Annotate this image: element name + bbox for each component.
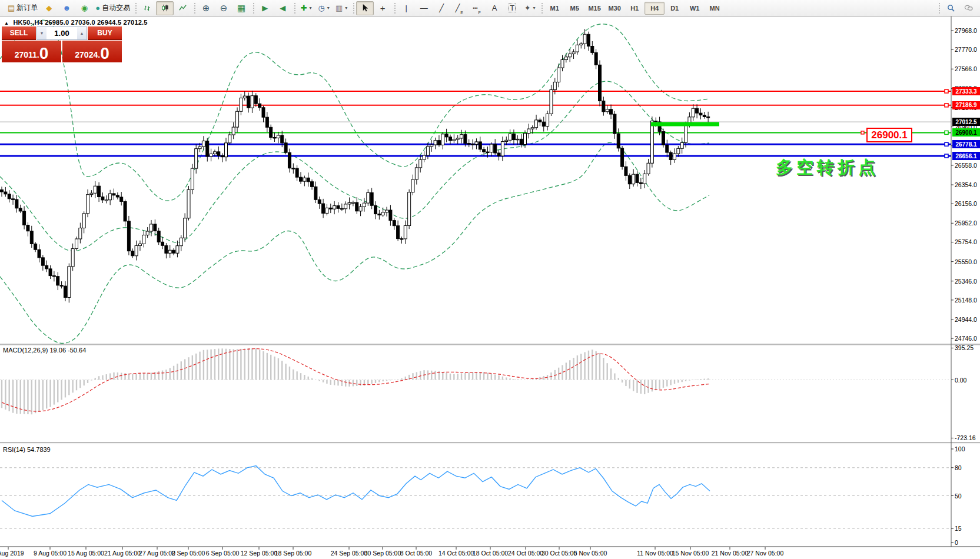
candle-body	[599, 65, 602, 101]
candle-body	[467, 144, 470, 144]
candle-body	[437, 141, 440, 145]
candle-body	[378, 214, 381, 215]
candle-body	[643, 174, 646, 184]
price-tick-label: 27968.0	[955, 27, 977, 34]
volume-decrease-button[interactable]: ▾	[37, 27, 46, 39]
candle-body	[636, 174, 639, 182]
candle-body	[318, 199, 321, 204]
candle-body	[71, 249, 74, 267]
candle-body	[389, 210, 392, 221]
candle-body	[677, 148, 680, 154]
candle-body	[4, 192, 7, 194]
candle-body	[161, 242, 164, 245]
hline-anchor-27333.3[interactable]	[945, 89, 948, 93]
candle-body	[680, 142, 683, 148]
candle-body	[191, 168, 194, 189]
candle-body	[524, 134, 527, 145]
candle-body	[217, 152, 220, 156]
candle-body	[87, 195, 89, 214]
buy-button[interactable]: BUY	[88, 26, 122, 40]
candle-body	[557, 68, 560, 82]
callout-anchor	[861, 131, 864, 134]
candle-body	[64, 286, 67, 297]
candle-body	[610, 109, 613, 114]
candle-body	[176, 246, 179, 254]
candle-body	[295, 168, 298, 177]
hline-anchor-26900.1[interactable]	[945, 131, 948, 134]
candle-body	[699, 113, 702, 115]
candle-body	[79, 228, 82, 238]
candle-body	[434, 141, 437, 145]
candle-body	[180, 238, 182, 245]
ohlc-open: 26985.0	[45, 19, 69, 26]
volume-stepper: ▾ 1.00 ▴	[36, 26, 87, 40]
price-tick-label: 25754.0	[955, 238, 977, 245]
candle-body	[98, 186, 101, 197]
collapse-arrow-icon[interactable]: ▲	[4, 21, 9, 26]
time-axis-label: 9 Aug 05:00	[34, 550, 67, 557]
volume-increase-button[interactable]: ▴	[77, 27, 87, 39]
time-axis-label: 5 Aug 2019	[0, 550, 24, 557]
symbol-timeframe: HK50-,H4	[13, 19, 43, 26]
candle-body	[82, 214, 85, 228]
chart-canvas[interactable]	[0, 0, 980, 559]
hline-anchor-27186.9[interactable]	[945, 104, 948, 107]
hline-anchor-26656.1[interactable]	[945, 154, 948, 158]
candle-body	[628, 175, 631, 184]
time-axis-label: 27 Nov 05:00	[747, 550, 783, 557]
time-axis-label: 6 Sep 05:00	[206, 550, 240, 557]
candle-body	[120, 197, 123, 201]
price-tick-label: 27566.0	[955, 65, 977, 72]
candle-body	[707, 117, 710, 118]
trading-app-window: ▤新订单◆☻◉●自动交易⊕⊖▦▶◀✚▾◷▾▥▾+|—╱╱E┅FAT✦▾M1M5M…	[0, 0, 980, 559]
rsi-indicator-label: RSI(14) 54.7839	[3, 446, 51, 453]
candle-body	[512, 134, 515, 139]
rsi-value: 54.7839	[27, 446, 51, 453]
candle-body	[138, 244, 141, 245]
candle-body	[206, 141, 209, 157]
candle-body	[124, 201, 127, 221]
time-axis-label: 5 Nov 05:00	[574, 550, 607, 557]
candle-body	[142, 235, 145, 244]
sell-button[interactable]: SELL	[2, 26, 36, 40]
candle-body	[359, 207, 362, 211]
candle-body	[202, 141, 205, 147]
candle-body	[594, 52, 597, 65]
candle-body	[381, 212, 384, 215]
time-axis-label: 30 Sep 05:00	[364, 550, 401, 557]
ohlc-readout: ▲ HK50-,H4 26985.0 27036.0 26944.5 27012…	[4, 19, 148, 26]
candle-body	[542, 122, 545, 126]
candle-body	[41, 258, 44, 265]
candle-body	[367, 192, 370, 203]
candle-body	[456, 138, 459, 139]
candle-body	[553, 82, 556, 89]
macd-name: MACD(12,26,9)	[3, 347, 48, 354]
candle-body	[583, 34, 586, 44]
price-callout-box[interactable]: 26900.1	[866, 128, 912, 142]
candle-body	[441, 134, 444, 145]
candle-body	[307, 178, 310, 181]
buy-price-panel[interactable]: 27024 . 0	[62, 41, 122, 62]
candle-body	[516, 139, 519, 139]
candle-body	[415, 168, 418, 179]
macd-tick-label: 0.00	[955, 377, 966, 384]
volume-value[interactable]: 1.00	[46, 27, 77, 39]
hline-anchor-26778.1[interactable]	[945, 142, 948, 146]
turning-point-annotation[interactable]: 多空转折点	[776, 156, 879, 179]
support-highlight-bar[interactable]	[651, 122, 719, 127]
sell-price-panel[interactable]: 27011 . 0	[2, 41, 61, 62]
candle-body	[411, 179, 414, 192]
candle-body	[228, 135, 231, 143]
candle-body	[172, 250, 175, 253]
candle-body	[397, 226, 400, 239]
candle-body	[561, 59, 564, 68]
ohlc-close: 27012.5	[123, 19, 147, 26]
time-axis-label: 30 Oct 05:00	[542, 550, 577, 557]
sell-price-main: 27011	[15, 48, 37, 61]
candle-body	[26, 225, 29, 231]
candle-body	[475, 142, 478, 144]
candle-body	[225, 143, 228, 157]
price-tick-label: 26156.0	[955, 200, 977, 207]
candle-body	[60, 285, 63, 286]
price-tag-27012.5: 27012.5	[952, 118, 980, 126]
